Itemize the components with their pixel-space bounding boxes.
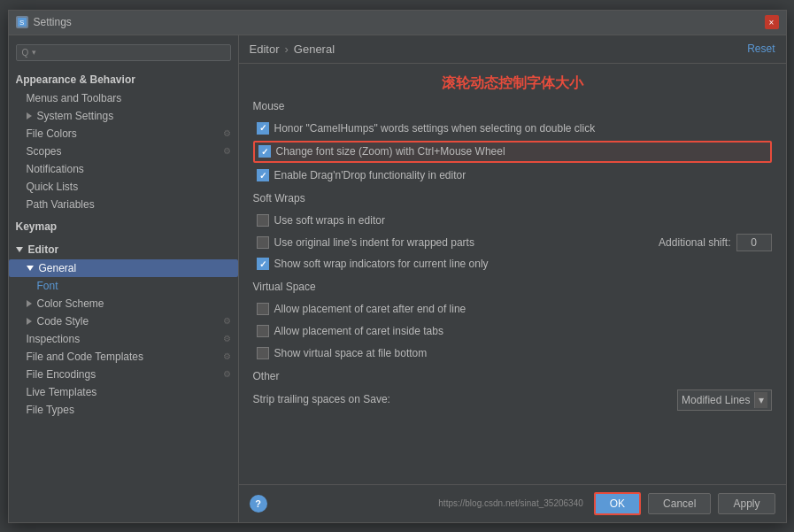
use-soft-wraps-checkbox[interactable] [257,214,269,227]
expand-icon [27,318,32,325]
virtual-space-bottom-label: Show virtual space at file bottom [274,346,428,361]
section-mouse: Mouse [253,100,772,112]
drag-drop-label: Enable Drag'n'Drop functionality in edit… [274,168,466,183]
expand-icon [27,112,32,120]
checkbox-drag-drop: Enable Drag'n'Drop functionality in edit… [253,166,772,185]
strip-trailing-label: Strip trailing spaces on Save: [253,392,390,407]
reset-link[interactable]: Reset [747,42,775,55]
footer: ? https://blog.csdn.net/sinat_35206340 O… [239,484,786,522]
search-icon: Q [22,48,29,58]
font-zoom-label: Change font size (Zoom) with Ctrl+Mouse … [276,144,505,159]
cancel-button[interactable]: Cancel [648,493,711,514]
footer-left: ? [250,495,432,513]
breadcrumb-general: General [294,42,335,56]
main-content-area: Q ▾ Appearance & Behavior Menus and Tool… [9,35,786,522]
expand-icon [16,247,23,252]
strip-trailing-dropdown-container: Modified Lines ▾ [677,389,771,411]
strip-trailing-value: Modified Lines [682,394,750,406]
dropdown-arrow: ▾ [754,392,767,408]
sidebar-category-editor: Editor [9,240,238,259]
sidebar-item-scopes[interactable]: Scopes ⚙ [9,143,238,160]
caret-after-end-checkbox[interactable] [257,303,269,315]
use-soft-wraps-label: Use soft wraps in editor [274,213,385,228]
sidebar-item-label: Color Scheme [37,297,104,310]
caret-inside-tabs-checkbox[interactable] [257,325,269,337]
search-arrow: ▾ [32,48,36,57]
virtual-space-bottom-checkbox[interactable] [257,347,269,359]
url-text: https://blog.csdn.net/sinat_35206340 [438,498,586,508]
sidebar-item-label: Menus and Toolbars [27,92,122,104]
breadcrumb: Editor › General [250,42,335,56]
section-virtual-space: Virtual Space [253,281,772,293]
sidebar-item-general[interactable]: General [9,259,238,277]
sidebar-item-file-code-templates[interactable]: File and Code Templates ⚙ [9,348,238,366]
caret-inside-tabs-label: Allow placement of caret inside tabs [274,324,443,339]
drag-drop-checkbox[interactable] [257,169,269,181]
search-box: Q ▾ [9,39,238,66]
additional-shift-input[interactable] [736,234,772,251]
sidebar-item-label: File Types [27,404,74,416]
sidebar-item-notifications[interactable]: Notifications [9,160,238,178]
sidebar-item-menus[interactable]: Menus and Toolbars [9,89,238,107]
sidebar-item-font[interactable]: Font [9,277,238,295]
checkbox-soft-wrap-indicators: Show soft wrap indicators for current li… [253,255,772,274]
sidebar-item-label: General [39,262,77,274]
sidebar-item-quick-lists[interactable]: Quick Lists [9,178,238,196]
checkbox-caret-inside-tabs: Allow placement of caret inside tabs [253,322,772,341]
soft-wrap-indent-row: Use original line's indent for wrapped p… [253,234,772,252]
checkbox-use-soft-wraps: Use soft wraps in editor [253,212,772,230]
checkbox-original-indent: Use original line's indent for wrapped p… [253,234,659,252]
titlebar-left: S Settings [16,16,72,28]
titlebar: S Settings × [9,11,786,35]
sidebar-item-inspections[interactable]: Inspections ⚙ [9,330,238,348]
settings-icon: ⚙ [223,146,231,156]
sidebar-item-color-scheme[interactable]: Color Scheme [9,295,238,312]
sidebar-item-label: System Settings [37,110,114,122]
sidebar-item-label: Font [37,280,58,292]
caret-after-end-label: Allow placement of caret after end of li… [274,302,466,317]
checkbox-virtual-space-bottom: Show virtual space at file bottom [253,344,772,363]
window-title: Settings [34,16,72,28]
sidebar-item-label: Path Variables [27,198,95,211]
original-indent-checkbox[interactable] [257,236,269,249]
sidebar-item-label: Inspections [27,333,81,345]
apply-button[interactable]: Apply [718,493,775,514]
camel-humps-checkbox[interactable] [257,122,269,135]
camel-humps-label: Honor "CamelHumps" words settings when s… [274,121,596,136]
settings-icon: ⚙ [223,128,231,138]
soft-wrap-indicators-label: Show soft wrap indicators for current li… [274,257,489,272]
svg-text:S: S [19,19,24,27]
sidebar-category-keymap: Keymap [9,217,238,236]
sidebar: Q ▾ Appearance & Behavior Menus and Tool… [9,35,239,522]
sidebar-item-live-templates[interactable]: Live Templates [9,383,238,401]
help-button[interactable]: ? [250,495,267,513]
sidebar-item-label: Quick Lists [27,181,79,193]
sidebar-item-label: Code Style [37,315,89,328]
close-button[interactable]: × [765,15,779,29]
settings-window: S Settings × Q ▾ Appearance & Behavior M… [8,10,787,523]
sidebar-item-system-settings[interactable]: System Settings [9,107,238,125]
settings-icon: ⚙ [223,316,231,326]
ok-button[interactable]: OK [594,492,641,515]
section-other: Other [253,370,772,382]
settings-content: 滚轮动态控制字体大小 Mouse Honor "CamelHumps" word… [239,64,786,484]
sidebar-item-path-variables[interactable]: Path Variables [9,196,238,213]
sidebar-category-appearance: Appearance & Behavior [9,70,238,89]
original-indent-label: Use original line's indent for wrapped p… [274,235,474,251]
font-zoom-checkbox[interactable] [258,145,271,158]
search-field[interactable]: Q ▾ [16,44,231,61]
sidebar-item-file-encodings[interactable]: File Encodings ⚙ [9,366,238,383]
settings-icon: ⚙ [223,369,231,379]
sidebar-item-code-style[interactable]: Code Style ⚙ [9,312,238,330]
annotation-text: 滚轮动态控制字体大小 [253,74,772,93]
strip-trailing-dropdown[interactable]: Modified Lines ▾ [677,389,771,411]
soft-wrap-indicators-checkbox[interactable] [257,258,269,270]
checkbox-camel-humps: Honor "CamelHumps" words settings when s… [253,120,772,138]
breadcrumb-separator: › [284,42,288,56]
strip-trailing-row: Strip trailing spaces on Save: Modified … [253,389,772,411]
sidebar-item-file-colors[interactable]: File Colors ⚙ [9,125,238,143]
expand-icon [27,300,32,307]
main-header: Editor › General Reset [239,35,786,64]
sidebar-item-label: Scopes [27,145,62,158]
sidebar-item-file-types[interactable]: File Types [9,401,238,419]
